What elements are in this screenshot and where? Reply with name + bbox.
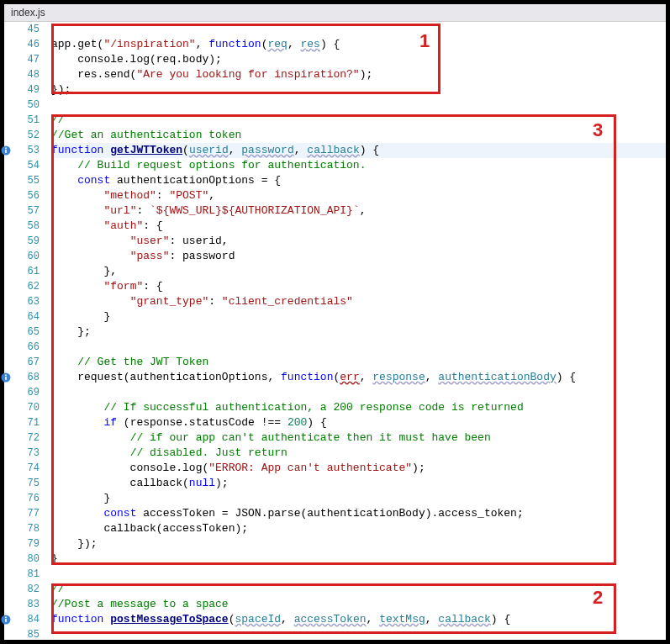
code-line[interactable]	[51, 22, 666, 37]
line-number: 57	[4, 203, 40, 219]
token-kw: function	[51, 144, 103, 156]
token-kw: null	[189, 477, 215, 489]
code-line[interactable]: });	[51, 536, 666, 552]
token-punc: ) {	[307, 416, 326, 429]
line-number: 47	[4, 52, 40, 67]
tab-filename[interactable]: index.js	[11, 7, 45, 18]
line-number: 72	[4, 430, 40, 446]
line-number: 49	[4, 82, 40, 98]
token-punc: ,	[196, 38, 209, 50]
code-line[interactable]: // Get the JWT Token	[51, 355, 666, 370]
code-content[interactable]: app.get("/inspiration", function(req, re…	[46, 22, 666, 637]
code-line[interactable]: // disabled. Just return	[51, 446, 666, 461]
token-kw: function	[208, 38, 261, 50]
code-line[interactable]: console.log(req.body);	[51, 52, 666, 67]
token-punc: );	[215, 477, 229, 489]
token-prop: "pass"	[130, 250, 170, 262]
line-number: 53	[4, 143, 40, 158]
line-number: 80	[4, 552, 40, 567]
token-punc	[51, 204, 103, 217]
line-number: 45	[4, 22, 40, 37]
token-com: //	[51, 583, 65, 595]
code-line[interactable]: });	[51, 82, 666, 98]
token-punc: ,	[288, 38, 301, 50]
code-line[interactable]: app.get("/inspiration", function(req, re…	[51, 37, 666, 52]
code-line[interactable]	[51, 627, 666, 642]
token-punc: : {	[143, 280, 162, 293]
code-line[interactable]: function getJWTToken(userid, password, c…	[51, 143, 666, 158]
code-line[interactable]: }	[51, 491, 666, 506]
code-line[interactable]: //	[51, 113, 666, 128]
token-com: // If successful authentication, a 200 r…	[103, 401, 523, 414]
code-line[interactable]	[51, 98, 666, 113]
code-line[interactable]: },	[51, 264, 666, 279]
code-line[interactable]: // Build request options for authenticat…	[51, 158, 666, 173]
line-number: 46	[4, 37, 40, 52]
code-line[interactable]: };	[51, 325, 666, 340]
code-line[interactable]: }	[51, 552, 666, 567]
line-number: 78	[4, 521, 40, 536]
code-line[interactable]: "pass": password	[51, 249, 666, 264]
line-number: 58	[4, 219, 40, 234]
token-param: authenticationBody	[438, 371, 556, 383]
code-line[interactable]: "url": `${WWS_URL}${AUTHORIZATION_API}`,	[51, 203, 666, 219]
token-punc	[51, 295, 130, 308]
token-prop: "method"	[103, 189, 156, 202]
code-line[interactable]: "method": "POST",	[51, 188, 666, 203]
code-line[interactable]	[51, 340, 666, 355]
token-com: //	[51, 113, 65, 126]
code-area[interactable]: 4546474849505152535455565758596061626364…	[4, 22, 666, 637]
token-punc	[51, 280, 103, 293]
code-line[interactable]: res.send("Are you looking for inspiratio…	[51, 67, 666, 82]
token-fn-def: getJWTToken	[110, 144, 182, 156]
token-ident: request(authenticationOptions,	[51, 371, 281, 383]
code-line[interactable]: // If successful authentication, a 200 r…	[51, 400, 666, 415]
code-line[interactable]: function postMessageToSpace(spaceId, acc…	[51, 612, 666, 627]
code-line[interactable]: const authenticationOptions = {	[51, 173, 666, 188]
info-icon[interactable]	[1, 372, 11, 383]
token-punc: ) {	[320, 38, 340, 50]
code-line[interactable]: console.log("ERROR: App can't authentica…	[51, 461, 666, 476]
code-line[interactable]: request(authenticationOptions, function(…	[51, 370, 666, 385]
token-punc	[51, 219, 103, 232]
code-line[interactable]	[51, 385, 666, 400]
code-line[interactable]: //	[51, 582, 666, 597]
code-line[interactable]: }	[51, 309, 666, 325]
token-punc: ,	[367, 613, 380, 626]
info-icon[interactable]	[1, 615, 11, 625]
code-line[interactable]: callback(accessToken);	[51, 521, 666, 536]
svg-rect-8	[5, 617, 7, 619]
token-kw: const	[77, 174, 110, 187]
code-line[interactable]: const accessToken = JSON.parse(authentic…	[51, 506, 666, 521]
token-param: textMsg	[379, 613, 425, 626]
line-number: 67	[4, 355, 40, 370]
code-line[interactable]: callback(null);	[51, 476, 666, 491]
token-ident: callback(	[51, 477, 189, 489]
svg-rect-5	[5, 375, 7, 377]
code-line[interactable]: // if our app can't authenticate then it…	[51, 430, 666, 446]
token-kw: if	[103, 416, 117, 429]
code-line[interactable]: "auth": {	[51, 219, 666, 234]
line-number: 65	[4, 325, 40, 340]
token-param: spaceId	[235, 613, 281, 626]
token-com: // if our app can't authenticate then it…	[130, 431, 491, 444]
token-punc: ,	[229, 144, 242, 156]
token-punc: ,	[360, 371, 373, 383]
token-ident: : userid,	[169, 235, 228, 247]
code-line[interactable]	[51, 567, 666, 582]
code-line[interactable]: if (response.statusCode !== 200) {	[51, 415, 666, 430]
code-line[interactable]: //Post a message to a space	[51, 597, 666, 612]
code-line[interactable]: "user": userid,	[51, 234, 666, 249]
line-number: 77	[4, 506, 40, 521]
line-number: 76	[4, 491, 40, 506]
code-line[interactable]: "form": {	[51, 279, 666, 294]
editor-container: index.js 4546474849505152535455565758596…	[4, 4, 666, 640]
code-line[interactable]: "grant_type": "client_credentials"	[51, 294, 666, 309]
token-param: res	[301, 38, 320, 50]
line-number: 69	[4, 385, 40, 400]
token-prop: "user"	[130, 235, 170, 247]
svg-rect-7	[5, 619, 7, 622]
code-line[interactable]: //Get an authentication token	[51, 128, 666, 143]
info-icon[interactable]	[1, 145, 11, 156]
line-number: 71	[4, 415, 40, 430]
